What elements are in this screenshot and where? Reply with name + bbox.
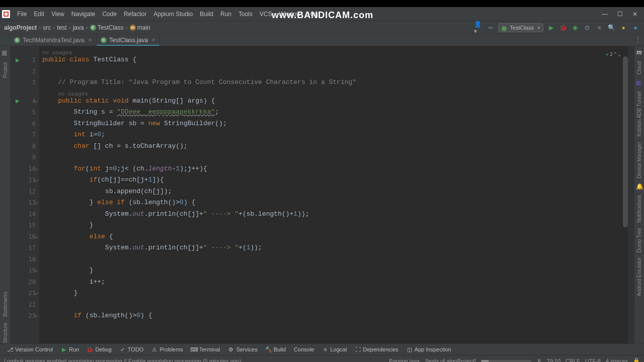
bug-icon: 🐞 (87, 346, 93, 352)
breadcrumb-class[interactable]: TestClass (98, 24, 124, 31)
app-icon (2, 10, 10, 18)
gutter: ▶1 2 3 ▶4 5 6 7 8 9 10 11 12 13 14 15 16… (10, 46, 39, 343)
rail-notifications[interactable]: Notifications (636, 195, 642, 222)
inspection-badge[interactable]: ✔2 ⌃ ⌄ (606, 49, 621, 61)
tool-deps[interactable]: ⛶Dependencies (352, 345, 401, 353)
close-icon[interactable]: ✕ (151, 37, 155, 43)
breadcrumb-test[interactable]: test (57, 24, 66, 31)
rail-structure[interactable]: Structure (3, 323, 8, 343)
branch-icon: ⎇ (7, 346, 13, 352)
method-icon: m (130, 25, 136, 31)
progress-pause-icon[interactable]: ⏸ (536, 358, 542, 363)
ide-update-icon[interactable]: ● (619, 23, 628, 32)
class-icon: C (90, 25, 96, 31)
services-icon: ⚙ (228, 346, 234, 352)
status-linecol[interactable]: 29:10 (547, 358, 561, 363)
code-editor[interactable]: ▶1 2 3 ▶4 5 6 7 8 9 10 11 12 13 14 15 16… (10, 46, 634, 343)
play-icon: ▶ (61, 346, 67, 352)
stop-button[interactable]: ■ (595, 23, 604, 32)
tab-label: TechMahindraTest.java (23, 37, 85, 44)
menu-run[interactable]: Run (217, 10, 234, 19)
rail-devicemgr[interactable]: Device Manager (636, 142, 642, 178)
breadcrumb-java[interactable]: java (73, 24, 84, 31)
menu-view[interactable]: View (48, 10, 67, 19)
profile-button[interactable]: ⊙ (583, 23, 592, 32)
rail-bookmarks[interactable]: Bookmarks (3, 292, 8, 317)
code-area[interactable]: ✔2 ⌃ ⌄ no usages public class TestClass … (39, 46, 628, 343)
tool-services[interactable]: ⚙Services (225, 345, 260, 353)
tab-techmahindratest[interactable]: C TechMahindraTest.java ✕ (10, 34, 97, 46)
menu-file[interactable]: File (14, 10, 30, 19)
menu-refactor[interactable]: Refactor (121, 10, 149, 19)
breadcrumb-src[interactable]: src (43, 24, 51, 31)
user-icon[interactable]: 👤▾ (474, 23, 483, 32)
maximize-button[interactable]: ☐ (617, 11, 623, 17)
menu-tools[interactable]: Tools (235, 10, 256, 19)
status-indent[interactable]: 4 spaces (606, 358, 628, 363)
tab-options-icon[interactable]: ⋮ (632, 34, 644, 46)
breadcrumb-method[interactable]: main (137, 24, 150, 31)
scrollbar-thumb[interactable] (623, 56, 628, 227)
run-config-selector[interactable]: TestClass (498, 23, 543, 32)
close-button[interactable]: ✕ (632, 11, 638, 17)
rail-dumptree[interactable]: Dump Tree (636, 228, 642, 252)
run-gutter-icon[interactable]: ▶ (16, 57, 20, 63)
tool-run[interactable]: ▶Run (58, 345, 82, 353)
run-gutter-icon[interactable]: ▶ (16, 98, 20, 104)
warning-icon: ⚠ (151, 346, 157, 352)
tool-console[interactable]: Console (291, 345, 317, 353)
progress-bar (481, 360, 531, 362)
lock-icon[interactable]: 🔒 (633, 357, 640, 362)
menu-edit[interactable]: Edit (31, 10, 47, 19)
tool-logcat[interactable]: ≡Logcat (319, 345, 350, 353)
left-tool-rail: ▦ Project Bookmarks Structure (0, 46, 10, 343)
hammer-icon: 🔨 (266, 346, 272, 352)
menu-code[interactable]: Code (99, 10, 120, 19)
search-icon[interactable]: 🔍 (607, 23, 616, 32)
status-message[interactable]: Lombok requires enabled annotation proce… (4, 358, 241, 363)
status-indexing: Parsing java... [tests of algoProject] (389, 358, 475, 363)
rail-emulator[interactable]: Android Emulator (636, 257, 642, 296)
bottom-tool-strip: ⎇Version Control ▶Run 🐞Debug ✓TODO ⚠Prob… (0, 343, 644, 355)
settings-sync-icon[interactable]: ● (631, 23, 640, 32)
status-linesep[interactable]: CRLF (566, 358, 580, 363)
tool-appinspect[interactable]: ◫App Inspection (404, 345, 454, 353)
navigation-toolbar: algoProject › src › test › java › CTestC… (0, 21, 644, 34)
grid-icon[interactable]: ⊞ (636, 79, 643, 86)
svg-rect-1 (5, 13, 8, 16)
tool-todo[interactable]: ✓TODO (117, 345, 147, 353)
rail-project[interactable]: Project (3, 62, 8, 78)
debug-button[interactable]: 🐞 (558, 23, 568, 32)
back-button[interactable]: ⬅ (486, 23, 495, 32)
editor-tabs: C TechMahindraTest.java ✕ C TestClass.ja… (0, 34, 644, 46)
status-bar: Lombok requires enabled annotation proce… (0, 355, 644, 362)
close-icon[interactable]: ✕ (88, 37, 92, 43)
rail-kobiton[interactable]: Kobiton ADB Tunnel (636, 92, 642, 137)
coverage-button[interactable]: ◉ (571, 23, 580, 32)
bell-icon[interactable]: 🔔 (636, 183, 643, 190)
logcat-icon: ≡ (322, 346, 328, 352)
project-icon[interactable]: ▦ (2, 49, 9, 56)
breadcrumb-project[interactable]: algoProject (4, 24, 37, 31)
run-button[interactable]: ▶ (546, 23, 555, 32)
breadcrumb: algoProject › src › test › java › CTestC… (4, 24, 150, 31)
rail-cloud[interactable]: Cloud (636, 61, 642, 74)
maven-icon[interactable]: m (636, 48, 642, 56)
deps-icon: ⛶ (355, 346, 361, 352)
right-tool-rail: m Cloud ⊞ Kobiton ADB Tunnel Device Mana… (634, 46, 644, 343)
tool-terminal[interactable]: ⌨Terminal (188, 345, 223, 353)
menu-appium[interactable]: Appium Studio (150, 10, 196, 19)
tool-debug[interactable]: 🐞Debug (84, 345, 114, 353)
tool-build[interactable]: 🔨Build (263, 345, 289, 353)
tab-testclass[interactable]: C TestClass.java ✕ (97, 34, 160, 46)
tool-problems[interactable]: ⚠Problems (148, 345, 186, 353)
minimize-button[interactable]: — (602, 11, 608, 17)
error-stripe[interactable] (628, 46, 634, 343)
inspect-icon: ◫ (407, 346, 413, 352)
watermark: www.BANDICAM.com (272, 10, 373, 21)
tool-vcs[interactable]: ⎇Version Control (4, 345, 56, 353)
terminal-icon: ⌨ (191, 346, 197, 352)
menu-navigate[interactable]: Navigate (68, 10, 98, 19)
menu-build[interactable]: Build (197, 10, 216, 19)
status-encoding[interactable]: UTF-8 (585, 358, 601, 363)
